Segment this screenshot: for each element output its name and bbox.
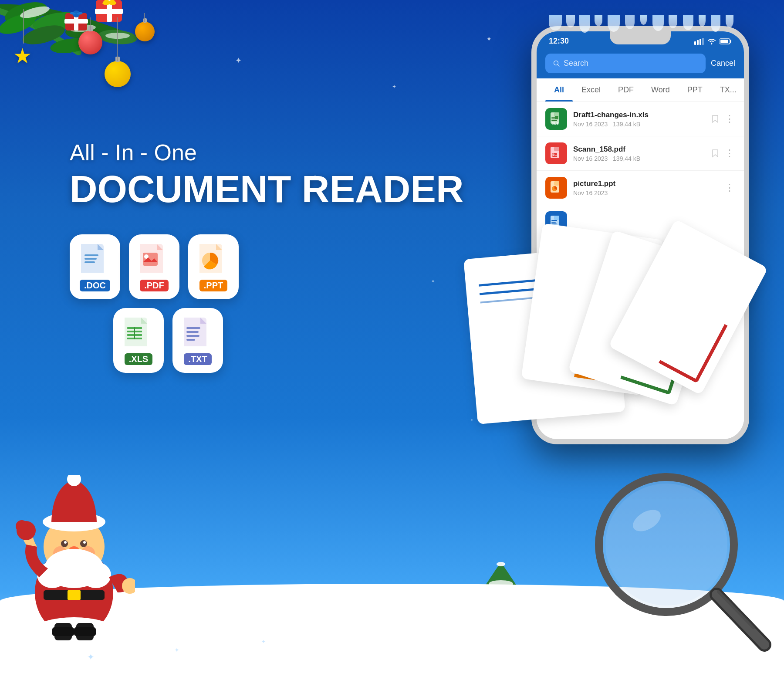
file-item-xls[interactable]: XLS Draft1-changes-in.xls Nov 16 2023 13…	[537, 102, 744, 136]
svg-rect-56	[555, 116, 558, 119]
xls-ext-label: .XLS	[125, 353, 152, 365]
ppt-file-icon	[550, 181, 563, 194]
xls-file-info: Draft1-changes-in.xls Nov 16 2023 139,44…	[573, 111, 705, 128]
svg-rect-43	[697, 40, 699, 45]
doc-ext-label: .DOC	[80, 280, 110, 291]
file-type-grid: .DOC .PDF	[70, 234, 463, 373]
svg-rect-44	[700, 39, 701, 45]
svg-rect-45	[702, 38, 704, 45]
more-icon-3[interactable]: ⋮	[725, 182, 735, 193]
search-bar-area: Search Cancel	[537, 49, 744, 78]
svg-line-50	[558, 64, 560, 66]
ppt-file-name: picture1.ppt	[573, 179, 719, 188]
pdf-ext-label: .PDF	[140, 280, 169, 291]
bookmark-icon-2[interactable]	[711, 149, 720, 158]
cancel-button[interactable]: Cancel	[711, 59, 735, 68]
svg-rect-27	[143, 253, 158, 266]
svg-rect-107	[74, 627, 96, 636]
search-icon	[553, 60, 560, 67]
xls-badge: XLS	[545, 108, 567, 130]
ornament-gold	[105, 61, 131, 87]
status-time: 12:30	[549, 37, 569, 46]
tab-word[interactable]: Word	[642, 78, 679, 102]
svg-point-85	[80, 540, 87, 547]
icicles	[544, 15, 736, 33]
svg-point-97	[56, 556, 75, 565]
ppt-icon-box: .PPT	[188, 234, 239, 299]
pdf-file-info: Scann_158.pdf Nov 16 2023 139,44 kB	[573, 145, 705, 162]
tagline: All - In - One	[70, 139, 463, 166]
txt-icon-box: .TXT	[172, 308, 223, 373]
snow-sparkle-1: ✦	[87, 652, 95, 662]
snow-sparkle-2: ✦	[174, 646, 179, 653]
pdf-file-name: Scann_158.pdf	[573, 145, 705, 154]
tab-tx[interactable]: TX...	[711, 78, 745, 102]
svg-rect-47	[730, 40, 731, 43]
svg-rect-48	[720, 40, 728, 43]
svg-rect-41	[186, 339, 195, 341]
tab-pdf[interactable]: PDF	[609, 78, 642, 102]
file-item-pdf[interactable]: Scann_158.pdf Nov 16 2023 139,44 kB ⋮	[537, 136, 744, 171]
svg-rect-24	[84, 258, 97, 260]
xls-file-icon: XLS	[550, 112, 563, 125]
ppt-file-meta: Nov 16 2023	[573, 189, 719, 196]
tab-ppt[interactable]: PPT	[679, 78, 711, 102]
more-icon[interactable]: ⋮	[725, 113, 735, 125]
magnifying-glass	[592, 470, 775, 653]
pdf-file-icon	[550, 147, 563, 160]
file-type-row-2: .XLS .TXT	[70, 308, 463, 373]
wifi-icon	[707, 38, 716, 45]
ppt-file-info: picture1.ppt Nov 16 2023	[573, 179, 719, 196]
file-item-ppt[interactable]: picture1.ppt Nov 16 2023 ⋮	[537, 171, 744, 205]
svg-point-84	[61, 540, 68, 547]
search-input[interactable]: Search	[545, 54, 706, 73]
svg-text:XLS: XLS	[552, 122, 559, 125]
svg-rect-59	[554, 147, 559, 151]
svg-rect-63	[554, 181, 559, 186]
tab-all[interactable]: All	[545, 78, 573, 102]
xls-icon-box: .XLS	[113, 308, 164, 373]
svg-rect-40	[186, 335, 199, 337]
svg-point-112	[497, 562, 505, 566]
search-placeholder: Search	[564, 59, 588, 68]
svg-point-98	[73, 556, 92, 565]
snow-sparkle-3: ✦	[261, 639, 266, 645]
ppt-ext-label: .PPT	[199, 280, 227, 291]
svg-point-87	[83, 541, 86, 544]
tab-excel[interactable]: Excel	[573, 78, 609, 102]
christmas-decoration: ★	[0, 0, 166, 131]
filter-tabs: All Excel PDF Word PPT TX...	[537, 78, 744, 102]
signal-icon	[694, 38, 704, 45]
svg-rect-55	[551, 120, 557, 121]
main-title: DOCUMENT READER	[70, 170, 463, 208]
ppt-badge	[545, 177, 567, 199]
ornament-red	[78, 30, 102, 54]
ppt-file-actions: ⋮	[725, 182, 735, 193]
svg-rect-25	[84, 261, 95, 263]
xls-file-meta: Nov 16 2023 139,44 kB	[573, 121, 705, 128]
star-ornament: ★	[13, 44, 32, 68]
svg-point-96	[81, 562, 111, 588]
svg-line-74	[716, 595, 764, 645]
bookmark-icon[interactable]	[711, 115, 720, 123]
svg-point-9	[105, 33, 130, 39]
status-icons	[694, 38, 732, 45]
svg-rect-38	[186, 327, 200, 329]
svg-point-71	[605, 484, 727, 606]
left-content: All - In - One DOCUMENT READER .DOC	[70, 139, 463, 373]
svg-rect-42	[694, 41, 696, 45]
svg-rect-23	[84, 254, 98, 256]
svg-rect-36	[134, 327, 135, 339]
pdf-file-actions: ⋮	[711, 148, 735, 159]
xls-file-actions: ⋮	[711, 113, 735, 125]
document-fan	[444, 218, 740, 444]
pdf-badge	[545, 142, 567, 164]
more-icon-2[interactable]: ⋮	[725, 148, 735, 159]
doc-icon-box: .DOC	[70, 234, 120, 299]
svg-point-103	[16, 520, 28, 532]
txt-ext-label: .TXT	[184, 353, 211, 365]
pdf-icon-box: .PDF	[129, 234, 179, 299]
ornament-orange	[135, 22, 155, 41]
xls-file-name: Draft1-changes-in.xls	[573, 111, 705, 119]
svg-rect-79	[68, 590, 81, 600]
